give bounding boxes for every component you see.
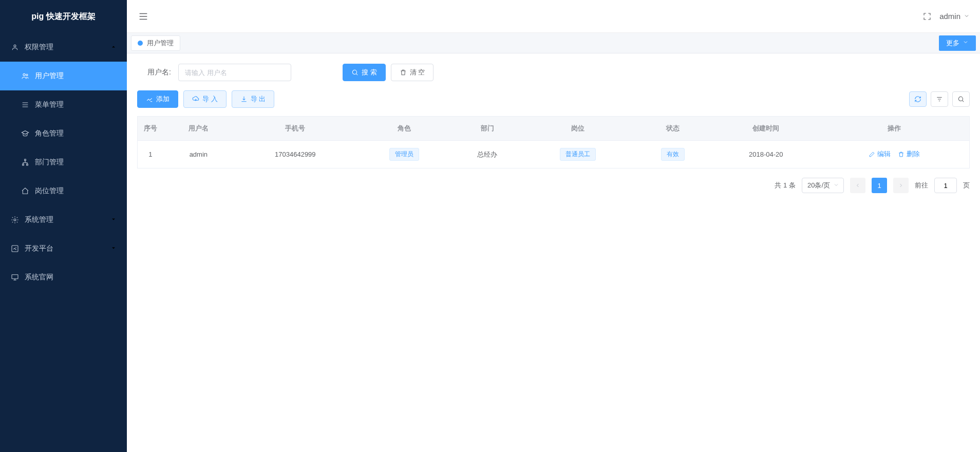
svg-point-10 [958,97,963,101]
action-row: 添加 导 入 导 出 [137,90,970,108]
export-button[interactable]: 导 出 [232,90,275,108]
active-dot-icon [138,41,143,46]
next-page-button[interactable] [893,178,909,193]
username-search-input[interactable] [178,64,291,81]
jump-suffix: 页 [963,181,970,190]
content-area: 用户名: 搜 索 清 空 添加 导 入 [127,53,980,452]
user-dropdown[interactable]: admin [939,12,970,21]
col-post: 岗位 [522,117,633,141]
sidebar-group-system[interactable]: 系统管理 [0,205,127,234]
user-table: 序号 用户名 手机号 角色 部门 岗位 状态 创建时间 操作 1 admin [137,116,970,168]
cell-post: 普通员工 [522,141,633,168]
jump-page-input[interactable] [934,178,957,193]
tabs-more-button[interactable]: 更多 [939,35,976,51]
sidebar-item-label: 系统官网 [25,273,53,282]
sidebar-item-label: 岗位管理 [35,186,64,196]
svg-point-0 [14,45,16,47]
sidebar: pig 快速开发框架 权限管理 用户管理 [0,0,127,452]
svg-rect-8 [12,275,18,279]
hamburger-toggle[interactable] [137,10,149,23]
page-size-select[interactable]: 20条/页 [802,178,844,193]
tab-user-management[interactable]: 用户管理 [131,35,180,51]
user-shield-icon [10,43,20,52]
sidebar-group-permission[interactable]: 权限管理 [0,33,127,62]
sidebar-item-label: 部门管理 [35,158,64,167]
cell-actions: 编辑 删除 [819,141,970,168]
svg-point-9 [352,70,356,74]
search-toggle-button[interactable] [952,91,970,107]
edit-button[interactable]: 编辑 [869,149,891,159]
jump-prefix: 前往 [915,181,928,190]
sidebar-group-dev[interactable]: 开发平台 [0,234,127,263]
export-button-label: 导 出 [251,95,266,104]
clear-button-label: 清 空 [410,68,425,77]
chevron-up-icon [110,43,117,51]
delete-label: 删除 [907,149,920,159]
more-label: 更多 [946,39,959,48]
svg-rect-3 [25,159,26,161]
sidebar-item-official-site[interactable]: 系统官网 [0,263,127,292]
search-button-label: 搜 索 [362,68,377,77]
col-actions: 操作 [819,117,970,141]
app-logo: pig 快速开发框架 [0,0,127,33]
refresh-button[interactable] [909,91,927,107]
search-row: 用户名: 搜 索 清 空 [147,64,970,81]
chevron-down-icon [963,39,969,47]
pagination: 共 1 条 20条/页 1 前往 页 [137,178,970,193]
cell-status: 有效 [633,141,713,168]
search-button[interactable]: 搜 索 [343,64,386,81]
col-status: 状态 [633,117,713,141]
chevron-down-icon [110,216,117,224]
cell-index: 1 [138,141,163,168]
col-index: 序号 [138,117,163,141]
post-tag: 普通员工 [560,148,596,161]
status-tag: 有效 [661,148,685,161]
svg-point-2 [26,74,28,76]
add-button[interactable]: 添加 [137,90,178,108]
svg-point-1 [23,73,25,76]
tab-label: 用户管理 [147,39,174,48]
total-label: 共 1 条 [775,181,795,190]
sidebar-group-label: 权限管理 [25,43,53,52]
sidebar-item-dept-management[interactable]: 部门管理 [0,148,127,177]
cell-created: 2018-04-20 [713,141,819,168]
col-dept: 部门 [452,117,523,141]
chevron-down-icon [964,12,970,21]
clear-button[interactable]: 清 空 [391,64,434,81]
sidebar-item-role-management[interactable]: 角色管理 [0,119,127,148]
graduation-icon [21,129,30,138]
svg-rect-4 [23,164,24,165]
chevron-down-icon [110,244,117,253]
import-button[interactable]: 导 入 [183,90,227,108]
table-row: 1 admin 17034642999 管理员 总经办 普通员工 有效 2018… [138,141,970,168]
users-icon [21,71,30,81]
search-label: 用户名: [147,68,171,77]
page-number-1[interactable]: 1 [872,178,887,193]
role-tag: 管理员 [389,148,419,161]
col-created: 创建时间 [713,117,819,141]
cell-role: 管理员 [356,141,451,168]
gear-icon [10,215,20,224]
col-role: 角色 [356,117,451,141]
sidebar-item-menu-management[interactable]: 菜单管理 [0,90,127,119]
sidebar-item-post-management[interactable]: 岗位管理 [0,177,127,205]
chevron-down-icon [833,182,839,190]
svg-point-6 [14,219,16,221]
cell-username: admin [163,141,234,168]
tabs-bar: 用户管理 更多 [127,33,980,53]
home-icon [21,186,30,196]
fullscreen-icon[interactable] [922,11,932,22]
prev-page-button[interactable] [850,178,865,193]
edit-label: 编辑 [877,149,891,159]
sidebar-group-label: 开发平台 [25,244,53,253]
cell-phone: 17034642999 [234,141,356,168]
user-name: admin [939,12,960,21]
page-size-value: 20条/页 [807,181,830,190]
svg-rect-5 [27,164,28,165]
delete-button[interactable]: 删除 [898,149,920,159]
tree-icon [21,158,30,167]
sidebar-item-user-management[interactable]: 用户管理 [0,62,127,90]
column-settings-button[interactable] [931,91,948,107]
cell-dept: 总经办 [452,141,523,168]
sidebar-item-label: 菜单管理 [35,100,64,109]
